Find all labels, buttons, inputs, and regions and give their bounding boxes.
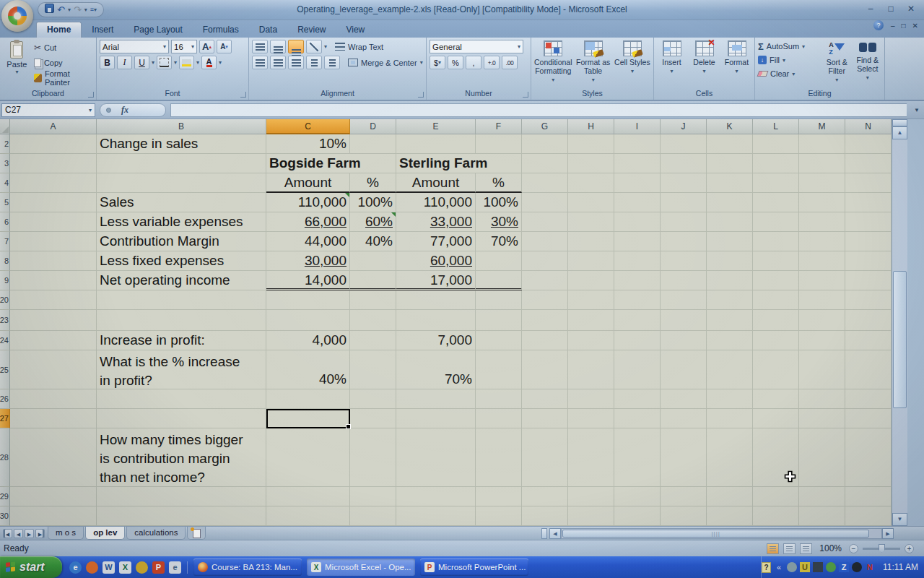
cell-K23[interactable] — [707, 310, 753, 331]
format-as-table-button[interactable]: Format as Table▾ — [575, 40, 611, 89]
cell-K19[interactable] — [707, 271, 753, 290]
cell-C13[interactable]: Bogside Farm — [266, 154, 396, 173]
cell-J15[interactable] — [661, 193, 707, 212]
cell-A15[interactable] — [10, 193, 97, 212]
cell-I20[interactable] — [614, 290, 661, 310]
delete-cells-button[interactable]: Delete▾ — [689, 40, 719, 89]
internet-explorer-icon[interactable]: e — [69, 561, 82, 574]
previous-sheet-button[interactable]: ◀ — [14, 529, 23, 538]
cell-H18[interactable] — [568, 251, 614, 271]
cell-B25[interactable]: What is the % increase in profit? — [97, 350, 266, 389]
cell-E30[interactable] — [396, 506, 476, 526]
cell-J26[interactable] — [661, 389, 707, 409]
tray-icon-4[interactable] — [826, 562, 836, 572]
cell-I19[interactable] — [614, 271, 661, 290]
row-header-23[interactable]: 23 — [0, 310, 10, 331]
align-top-button[interactable] — [252, 40, 268, 53]
column-header-M[interactable]: M — [799, 119, 845, 134]
cell-N23[interactable] — [845, 310, 892, 331]
cell-E20[interactable] — [396, 290, 476, 310]
column-header-B[interactable]: B — [97, 119, 266, 134]
cell-N26[interactable] — [845, 389, 892, 409]
cell-I17[interactable] — [614, 232, 661, 251]
cell-K17[interactable] — [707, 232, 753, 251]
cell-F29[interactable] — [476, 487, 522, 506]
tab-home[interactable]: Home — [36, 22, 82, 38]
cell-B26[interactable] — [97, 389, 266, 409]
cell-A17[interactable] — [10, 232, 97, 251]
shrink-font-button[interactable]: A▾ — [217, 40, 232, 53]
tab-page-layout[interactable]: Page Layout — [123, 22, 192, 38]
cell-C29[interactable] — [266, 487, 350, 506]
cell-D26[interactable] — [350, 389, 396, 409]
cell-F19[interactable] — [476, 271, 522, 290]
cell-N27[interactable] — [845, 409, 892, 428]
cell-C20[interactable] — [266, 290, 350, 310]
clipboard-dialog-launcher[interactable] — [88, 92, 94, 98]
zoom-in-button[interactable]: + — [905, 544, 914, 553]
row-header-20[interactable]: 20 — [0, 290, 10, 310]
cell-K12[interactable] — [707, 134, 753, 154]
cell-G12[interactable] — [522, 134, 568, 154]
cell-I15[interactable] — [614, 193, 661, 212]
cell-D29[interactable] — [350, 487, 396, 506]
cell-K26[interactable] — [707, 389, 753, 409]
workbook-restore-button[interactable]: □ — [902, 22, 906, 30]
cell-A18[interactable] — [10, 251, 97, 271]
cell-J19[interactable] — [661, 271, 707, 290]
align-right-button[interactable] — [288, 56, 304, 69]
font-color-button[interactable]: A — [201, 56, 217, 69]
cell-L24[interactable] — [753, 331, 799, 350]
cell-E12[interactable] — [396, 134, 476, 154]
cell-C16[interactable]: 66,000 — [266, 212, 350, 232]
cell-G29[interactable] — [522, 487, 568, 506]
cell-M17[interactable] — [799, 232, 845, 251]
name-box[interactable]: C27▾ — [1, 103, 95, 117]
cell-M24[interactable] — [799, 331, 845, 350]
cell-K25[interactable] — [707, 350, 753, 389]
cell-D18[interactable] — [350, 251, 396, 271]
next-sheet-button[interactable]: ▶ — [25, 529, 34, 538]
cell-N30[interactable] — [845, 506, 892, 526]
cell-E23[interactable] — [396, 310, 476, 331]
tray-icon-6[interactable] — [852, 562, 862, 572]
fill-color-button[interactable] — [179, 56, 194, 69]
cell-N17[interactable] — [845, 232, 892, 251]
cell-A29[interactable] — [10, 487, 97, 506]
cell-B18[interactable]: Less fixed expenses — [97, 251, 266, 271]
cell-K30[interactable] — [707, 506, 753, 526]
cell-K15[interactable] — [707, 193, 753, 212]
decrease-decimal-button[interactable]: .00 — [502, 56, 518, 69]
cell-L30[interactable] — [753, 506, 799, 526]
cell-A20[interactable] — [10, 290, 97, 310]
cell-F27[interactable] — [476, 409, 522, 428]
cell-D14[interactable]: % — [350, 173, 396, 193]
cell-F28[interactable] — [476, 428, 522, 487]
scroll-right-button[interactable]: ▶ — [882, 528, 894, 539]
cell-I26[interactable] — [614, 389, 661, 409]
workbook-minimize-button[interactable]: – — [891, 22, 895, 30]
paste-button[interactable]: Paste ▾ — [3, 40, 31, 89]
cell-M18[interactable] — [799, 251, 845, 271]
cell-A30[interactable] — [10, 506, 97, 526]
cell-J14[interactable] — [661, 173, 707, 193]
cell-D20[interactable] — [350, 290, 396, 310]
cell-C25[interactable]: 40% — [266, 350, 350, 389]
horizontal-scroll-track[interactable] — [561, 528, 882, 539]
expand-formula-bar-button[interactable]: ▼ — [911, 107, 923, 113]
split-handle[interactable] — [892, 119, 907, 126]
cell-B20[interactable] — [97, 290, 266, 310]
cell-H15[interactable] — [568, 193, 614, 212]
last-sheet-button[interactable]: ▶ — [35, 529, 45, 538]
cell-B16[interactable]: Less variable expenses — [97, 212, 266, 232]
row-header-25[interactable]: 25 — [0, 350, 10, 389]
column-header-E[interactable]: E — [396, 119, 476, 134]
font-name-select[interactable]: Arial▾ — [100, 40, 169, 53]
cell-L23[interactable] — [753, 310, 799, 331]
cell-L27[interactable] — [753, 409, 799, 428]
tray-expand-icon[interactable]: « — [775, 563, 783, 571]
cell-C14[interactable]: Amount — [266, 173, 350, 193]
merge-center-button[interactable]: Merge & Center▾ — [348, 59, 423, 67]
cell-L12[interactable] — [753, 134, 799, 154]
cell-H12[interactable] — [568, 134, 614, 154]
